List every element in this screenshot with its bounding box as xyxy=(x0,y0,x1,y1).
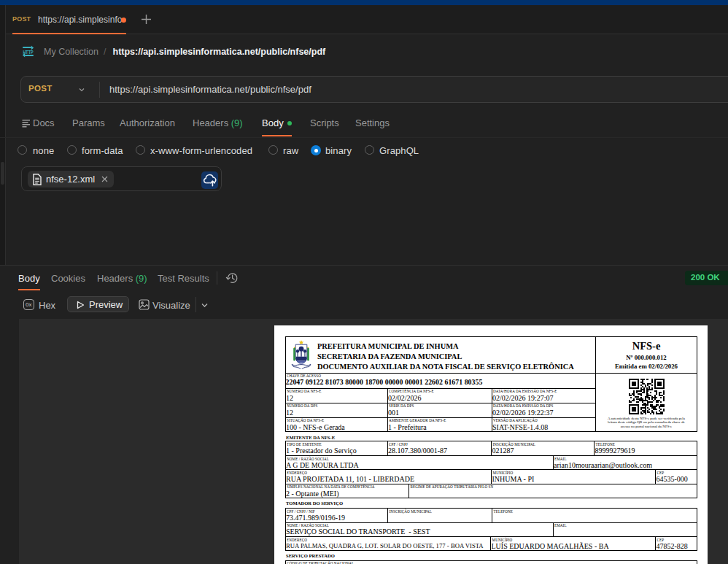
svg-text:HTTP: HTTP xyxy=(23,50,34,55)
